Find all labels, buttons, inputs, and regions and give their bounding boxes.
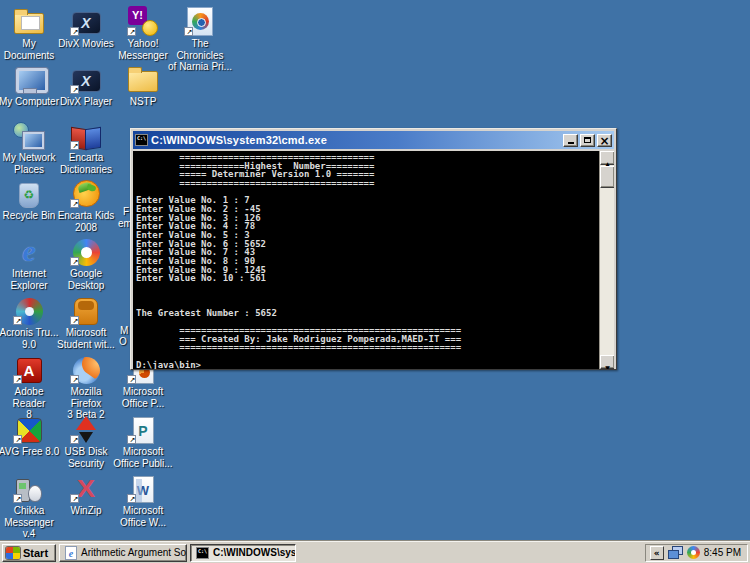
- shortcut-arrow-icon: [70, 141, 79, 150]
- recycle-bin-icon: [19, 183, 39, 208]
- desktop-icon-yahoo-messenger[interactable]: Yahoo! Messenger: [115, 2, 171, 61]
- desktop-icon-encarta-kids[interactable]: Encarta Kids 2008: [58, 174, 114, 233]
- taskbar-task-cmd[interactable]: C:\WINDOWS\system...: [190, 544, 296, 562]
- shortcut-arrow-icon: [70, 435, 79, 444]
- desktop-icon-my-computer[interactable]: My Computer: [1, 60, 57, 108]
- desktop-icon-usb-disk-security[interactable]: USB Disk Security: [58, 410, 114, 469]
- console-scrollbar[interactable]: [599, 151, 614, 369]
- desktop-icon-encarta-dictionaries[interactable]: Encarta Dictionaries: [58, 116, 114, 175]
- desktop-icon-divx-player[interactable]: DivX Player: [58, 60, 114, 108]
- start-label: Start: [23, 547, 48, 559]
- shortcut-arrow-icon: [127, 27, 136, 36]
- icon-label: Chikka Messenger v.4: [0, 505, 61, 540]
- desktop-icon-office-word[interactable]: Microsoft Office W...: [115, 469, 171, 528]
- cmd-window: C:\WINDOWS\system32\cmd.exe ============…: [130, 128, 617, 370]
- close-button[interactable]: [597, 134, 612, 147]
- icon-label: Microsoft Office P...: [111, 386, 175, 409]
- shortcut-arrow-icon: [127, 375, 136, 384]
- maximize-button[interactable]: [580, 134, 595, 147]
- shortcut-arrow-icon: [13, 375, 22, 384]
- scrollbar-thumb[interactable]: [600, 166, 614, 188]
- shortcut-arrow-icon: [13, 494, 22, 503]
- shortcut-arrow-icon: [70, 199, 79, 208]
- taskbar-clock: 8:45 PM: [704, 547, 741, 558]
- taskbar: Start Arithmetic Argument Sol... C:\WIND…: [0, 541, 750, 563]
- desktop-icon-winzip[interactable]: WinZip: [58, 469, 114, 517]
- cmd-icon: [135, 134, 148, 146]
- folder-icon: [128, 71, 158, 92]
- windows-flag-icon: [6, 547, 20, 559]
- icon-label: USB Disk Security: [54, 446, 118, 469]
- icon-label: NSTP: [111, 96, 175, 108]
- tray-chevron-button[interactable]: «: [650, 546, 664, 560]
- hidden-icon-label-fragment: O: [119, 336, 127, 347]
- maximize-icon: [584, 137, 591, 143]
- icon-label: My Computer: [0, 96, 61, 108]
- desktop-icon-nstp[interactable]: NSTP: [115, 60, 171, 108]
- desktop: { "colors": { "desktop_background": "#3F…: [0, 0, 750, 563]
- console-text: ==================================== ===…: [136, 153, 461, 369]
- shortcut-arrow-icon: [127, 435, 136, 444]
- icon-label: Microsoft Office Publi...: [111, 446, 175, 469]
- shortcut-arrow-icon: [127, 494, 136, 503]
- window-controls: [563, 134, 612, 147]
- task-label: Arithmetic Argument Sol...: [81, 547, 187, 558]
- desktop-icon-google-desktop[interactable]: Google Desktop: [58, 232, 114, 291]
- icon-label: Encarta Kids 2008: [54, 210, 118, 233]
- shortcut-arrow-icon: [13, 435, 22, 444]
- shortcut-arrow-icon: [70, 257, 79, 266]
- cmd-icon: [196, 547, 209, 559]
- network-tray-icon[interactable]: [668, 546, 683, 559]
- desktop-icon-narnia[interactable]: The Chronicles of Narnia Pri...: [172, 2, 228, 73]
- desktop-icon-avg[interactable]: AVG Free 8.0: [1, 410, 57, 458]
- shortcut-arrow-icon: [70, 27, 79, 36]
- hidden-icon-label-fragment: F: [123, 206, 129, 217]
- icon-label: WinZip: [54, 505, 118, 517]
- desktop-icon-my-network-places[interactable]: My Network Places: [1, 116, 57, 175]
- task-label: C:\WINDOWS\system...: [213, 547, 296, 558]
- desktop-icon-my-documents[interactable]: My Documents: [1, 2, 57, 61]
- shortcut-arrow-icon: [70, 375, 79, 384]
- start-button[interactable]: Start: [2, 544, 56, 562]
- icon-label: DivX Movies: [54, 38, 118, 50]
- desktop-icon-internet-explorer[interactable]: Internet Explorer: [1, 232, 57, 291]
- icon-label: The Chronicles of Narnia Pri...: [168, 38, 232, 73]
- icon-label: Encarta Dictionaries: [54, 152, 118, 175]
- shortcut-arrow-icon: [70, 494, 79, 503]
- desktop-icon-microsoft-student[interactable]: Microsoft Student wit...: [58, 291, 114, 350]
- icon-label: Yahoo! Messenger: [111, 38, 175, 61]
- icon-label: Recycle Bin: [0, 210, 61, 222]
- internet-explorer-icon: [14, 236, 44, 266]
- console-area[interactable]: ==================================== ===…: [133, 151, 614, 369]
- desktop-icon-acronis[interactable]: Acronis Tru... 9.0: [1, 291, 57, 350]
- shortcut-arrow-icon: [70, 85, 79, 94]
- icon-label: Microsoft Student wit...: [54, 327, 118, 350]
- shortcut-arrow-icon: [70, 316, 79, 325]
- icon-label: DivX Player: [54, 96, 118, 108]
- desktop-icon-office-publisher[interactable]: Microsoft Office Publi...: [115, 410, 171, 469]
- computer-icon: [15, 68, 43, 94]
- system-tray: « 8:45 PM: [645, 544, 748, 562]
- icon-label: Google Desktop: [54, 268, 118, 291]
- icon-label: AVG Free 8.0: [0, 446, 61, 458]
- cmd-window-titlebar[interactable]: C:\WINDOWS\system32\cmd.exe: [133, 131, 614, 149]
- scroll-up-button[interactable]: [600, 151, 614, 165]
- hidden-icon-label-fragment: M: [120, 325, 128, 336]
- icon-label: My Network Places: [0, 152, 61, 175]
- ie-document-icon: [65, 546, 77, 560]
- network-places-icon: [13, 122, 45, 150]
- taskbar-task-arithmetic-argument[interactable]: Arithmetic Argument Sol...: [59, 544, 187, 562]
- close-icon: [599, 131, 609, 149]
- google-desktop-tray-icon[interactable]: [687, 546, 700, 559]
- desktop-icon-divx-movies[interactable]: DivX Movies: [58, 2, 114, 50]
- window-title: C:\WINDOWS\system32\cmd.exe: [151, 134, 560, 146]
- icon-label: Acronis Tru... 9.0: [0, 327, 61, 350]
- minimize-icon: [568, 142, 574, 144]
- scroll-down-button[interactable]: [600, 355, 614, 369]
- shortcut-arrow-icon: [13, 316, 22, 325]
- minimize-button[interactable]: [563, 134, 578, 147]
- icon-label: Internet Explorer: [0, 268, 61, 291]
- folder-documents-icon: [14, 13, 44, 34]
- desktop-icon-recycle-bin[interactable]: Recycle Bin: [1, 174, 57, 222]
- desktop-icon-chikka[interactable]: Chikka Messenger v.4: [1, 469, 57, 540]
